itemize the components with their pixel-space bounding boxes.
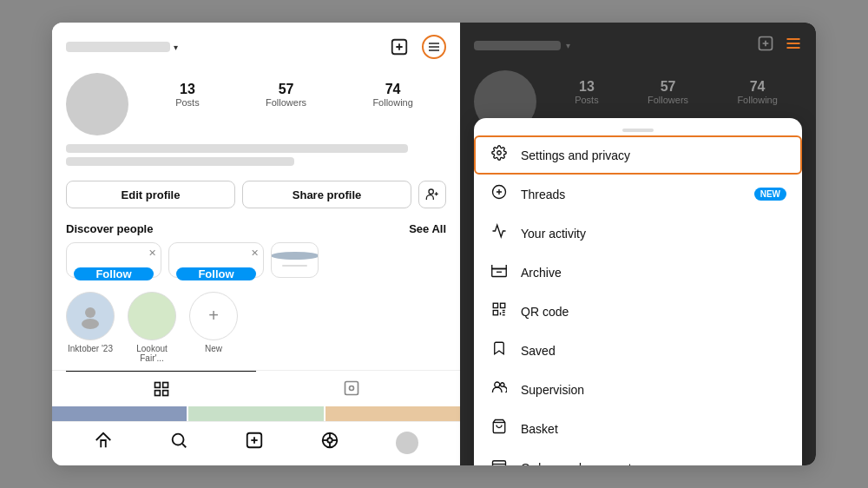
menu-handle [622, 129, 654, 132]
svg-point-23 [327, 438, 332, 443]
story-item-1[interactable]: Inktober '23 [66, 292, 115, 363]
add-post-icon[interactable] [387, 35, 411, 59]
edit-profile-button[interactable]: Edit profile [66, 181, 235, 208]
new-badge: NEW [754, 188, 786, 201]
story-item-2[interactable]: Lookout Fair'... [127, 292, 177, 363]
see-all-link[interactable]: See All [409, 222, 446, 235]
menu-item-archive[interactable]: Archive [474, 253, 802, 292]
discover-title: Discover people [66, 222, 153, 235]
menu-item-settings[interactable]: Settings and privacy [474, 135, 802, 175]
supervision-label: Supervision [521, 383, 786, 397]
share-profile-button[interactable]: Share profile [242, 181, 411, 208]
discover-card: ✕ Follow [66, 242, 161, 278]
tab-tagged[interactable] [256, 371, 446, 406]
reels-icon[interactable] [320, 431, 339, 455]
svg-point-9 [85, 307, 95, 318]
followers-stat[interactable]: 57 Followers [266, 82, 306, 108]
menu-item-qr[interactable]: QR code [474, 292, 802, 331]
follow-button-2[interactable]: Follow [176, 267, 256, 280]
dropdown-menu: Settings and privacy Threads NEW [474, 118, 802, 465]
story-label-1: Inktober '23 [68, 344, 113, 353]
orders-icon [490, 458, 509, 465]
photo-grid [52, 406, 460, 421]
photo-2[interactable] [188, 406, 323, 421]
follow-button-1[interactable]: Follow [74, 267, 154, 280]
svg-rect-11 [155, 382, 160, 387]
home-icon[interactable] [94, 431, 113, 455]
right-header: ▾ [460, 23, 816, 63]
following-label: Following [372, 97, 412, 108]
menu-icon[interactable] [422, 35, 446, 59]
menu-item-saved[interactable]: Saved [474, 331, 802, 370]
stories-row: Inktober '23 Lookout Fair'... + New [52, 287, 460, 370]
followers-count: 57 [279, 82, 294, 97]
right-posts-count: 13 [579, 79, 595, 95]
discover-card-2: ✕ Follow [168, 242, 264, 278]
settings-label: Settings and privacy [521, 148, 786, 162]
profile-header: ▾ [52, 23, 460, 66]
right-posts-stat: 13 Posts [575, 79, 599, 105]
svg-line-18 [182, 444, 186, 447]
right-followers-stat: 57 Followers [648, 79, 688, 105]
left-panel: ▾ [52, 23, 460, 465]
menu-item-orders[interactable]: Orders and payments [474, 448, 802, 465]
svg-point-34 [497, 151, 502, 155]
menu-item-basket[interactable]: Basket [474, 409, 802, 448]
activity-label: Your activity [521, 227, 786, 241]
saved-label: Saved [521, 344, 786, 358]
discover-name-3 [282, 265, 308, 266]
story-circle-new: + [189, 292, 238, 340]
right-posts-label: Posts [575, 95, 599, 105]
right-following-count: 74 [750, 79, 766, 95]
photo-1[interactable] [52, 406, 187, 421]
right-icons [757, 35, 802, 56]
following-stat[interactable]: 74 Following [372, 82, 412, 108]
right-followers-label: Followers [648, 95, 688, 105]
posts-stat[interactable]: 13 Posts [175, 82, 200, 108]
discover-card-3 [271, 242, 319, 278]
chevron-down-icon[interactable]: ▾ [174, 43, 178, 52]
menu-item-activity[interactable]: Your activity [474, 214, 802, 253]
profile-nav-avatar[interactable] [396, 432, 418, 454]
tabs-row [52, 370, 460, 406]
close-icon[interactable]: ✕ [148, 247, 156, 259]
svg-rect-13 [155, 390, 160, 395]
svg-rect-15 [345, 381, 358, 394]
svg-point-44 [495, 382, 500, 387]
add-person-button[interactable] [418, 181, 446, 208]
header-icons [387, 35, 446, 59]
threads-label: Threads [521, 188, 742, 201]
svg-point-10 [82, 319, 99, 329]
svg-point-16 [349, 386, 353, 390]
svg-rect-38 [493, 311, 497, 315]
followers-label: Followers [266, 97, 306, 108]
menu-item-supervision[interactable]: Supervision [474, 370, 802, 409]
qr-label: QR code [521, 305, 786, 319]
discover-header: Discover people See All [52, 217, 460, 242]
menu-item-threads[interactable]: Threads NEW [474, 175, 802, 214]
right-followers-count: 57 [661, 79, 676, 95]
discover-scroll: ✕ Follow ✕ Follow [52, 242, 460, 287]
story-circle-1 [66, 292, 115, 340]
close-icon-2[interactable]: ✕ [251, 247, 259, 259]
stats-row: 13 Posts 57 Followers 74 Following [52, 66, 460, 142]
photo-3[interactable] [326, 406, 460, 421]
supervision-icon [490, 379, 509, 399]
svg-rect-12 [162, 382, 168, 387]
tab-grid[interactable] [66, 371, 256, 406]
search-icon[interactable] [169, 431, 188, 455]
posts-count: 13 [180, 82, 195, 97]
basket-icon [490, 419, 509, 439]
svg-rect-37 [501, 303, 505, 307]
story-item-new[interactable]: + New [189, 292, 238, 363]
bookmark-icon [490, 340, 509, 360]
right-following-label: Following [737, 95, 777, 105]
bio-line-1 [66, 144, 408, 153]
create-icon[interactable] [245, 431, 264, 455]
plus-icon: + [208, 306, 219, 326]
story-label-2: Lookout Fair'... [127, 344, 177, 363]
avatar [66, 73, 128, 135]
username-row: ▾ [66, 42, 178, 52]
discover-avatar-3 [271, 252, 319, 260]
archive-icon [490, 262, 509, 282]
